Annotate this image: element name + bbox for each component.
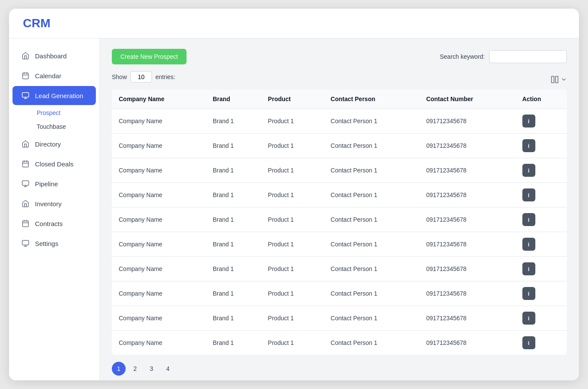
col-brand: Brand xyxy=(206,89,261,109)
sidebar-item-label: Pipeline xyxy=(35,180,58,188)
cell-contact-person: Contact Person 1 xyxy=(324,232,419,257)
sidebar-item-contracts[interactable]: Contracts xyxy=(13,214,96,233)
col-contact-person: Contact Person xyxy=(324,89,419,109)
cell-action: i xyxy=(515,331,567,355)
table-row: Company Name Brand 1 Product 1 Contact P… xyxy=(112,257,567,281)
svg-rect-7 xyxy=(22,161,28,167)
table-row: Company Name Brand 1 Product 1 Contact P… xyxy=(112,109,567,134)
cell-brand: Brand 1 xyxy=(206,306,261,331)
sidebar-item-closed-deals[interactable]: Closed Deals xyxy=(13,154,96,173)
sidebar-item-pipeline[interactable]: Pipeline xyxy=(13,174,96,193)
sidebar-item-label: Settings xyxy=(35,240,58,247)
cell-company-name: Company Name xyxy=(112,257,206,281)
column-toggle-button[interactable] xyxy=(550,75,567,84)
col-contact-number: Contact Number xyxy=(419,89,515,109)
info-button[interactable]: i xyxy=(522,115,535,128)
cell-product: Product 1 xyxy=(261,109,324,134)
svg-rect-11 xyxy=(22,181,29,185)
cell-action: i xyxy=(515,158,567,183)
sidebar-item-inventory[interactable]: Inventory xyxy=(13,194,96,213)
sidebar-item-settings[interactable]: Settings xyxy=(13,234,96,253)
info-button[interactable]: i xyxy=(522,287,535,300)
info-button[interactable]: i xyxy=(522,139,535,152)
cell-contact-number: 091712345678 xyxy=(419,134,515,158)
sidebar-sub-item-touchbase[interactable]: Touchbase xyxy=(32,120,99,134)
cell-action: i xyxy=(515,306,567,331)
cell-product: Product 1 xyxy=(261,183,324,207)
sidebar-sub-item-prospect[interactable]: Prospect xyxy=(32,106,99,120)
sidebar-item-directory[interactable]: Directory xyxy=(13,134,96,153)
monitor-icon-3 xyxy=(21,239,30,248)
cell-company-name: Company Name xyxy=(112,109,206,134)
sidebar-item-dashboard[interactable]: Dashboard xyxy=(13,46,96,65)
table-row: Company Name Brand 1 Product 1 Contact P… xyxy=(112,134,567,158)
sidebar-item-label: Dashboard xyxy=(35,52,66,60)
calendar-icon-2 xyxy=(21,159,30,168)
info-button[interactable]: i xyxy=(522,312,535,325)
cell-action: i xyxy=(515,257,567,281)
cell-contact-number: 091712345678 xyxy=(419,281,515,306)
cell-product: Product 1 xyxy=(261,207,324,232)
cell-company-name: Company Name xyxy=(112,232,206,257)
cell-action: i xyxy=(515,232,567,257)
app-container: CRM Dashboard xyxy=(9,9,579,380)
cell-product: Product 1 xyxy=(261,331,324,355)
cell-contact-number: 091712345678 xyxy=(419,207,515,232)
cell-brand: Brand 1 xyxy=(206,281,261,306)
calendar-icon-3 xyxy=(21,219,30,228)
col-product: Product xyxy=(261,89,324,109)
cell-product: Product 1 xyxy=(261,281,324,306)
toolbar: Create New Prospect Search keyword: xyxy=(112,49,567,64)
cell-contact-person: Contact Person 1 xyxy=(324,207,419,232)
cell-company-name: Company Name xyxy=(112,134,206,158)
cell-action: i xyxy=(515,109,567,134)
entries-input[interactable] xyxy=(130,71,152,83)
cell-contact-number: 091712345678 xyxy=(419,183,515,207)
sidebar-sub-menu: Prospect Touchbase xyxy=(9,106,99,134)
info-button[interactable]: i xyxy=(522,213,535,226)
table-row: Company Name Brand 1 Product 1 Contact P… xyxy=(112,183,567,207)
cell-action: i xyxy=(515,183,567,207)
info-button[interactable]: i xyxy=(522,336,535,349)
sidebar-item-label: Contracts xyxy=(35,220,63,227)
table-row: Company Name Brand 1 Product 1 Contact P… xyxy=(112,207,567,232)
table-row: Company Name Brand 1 Product 1 Contact P… xyxy=(112,281,567,306)
cell-company-name: Company Name xyxy=(112,158,206,183)
app-title: CRM xyxy=(23,16,51,30)
info-button[interactable]: i xyxy=(522,238,535,251)
cell-contact-number: 091712345678 xyxy=(419,109,515,134)
show-entries: Show entries: xyxy=(112,71,175,83)
sidebar-item-label: Closed Deals xyxy=(35,160,73,168)
table-row: Company Name Brand 1 Product 1 Contact P… xyxy=(112,232,567,257)
cell-brand: Brand 1 xyxy=(206,158,261,183)
info-button[interactable]: i xyxy=(522,262,535,275)
cell-brand: Brand 1 xyxy=(206,331,261,355)
cell-contact-person: Contact Person 1 xyxy=(324,281,419,306)
cell-brand: Brand 1 xyxy=(206,183,261,207)
cell-action: i xyxy=(515,134,567,158)
page-btn-1[interactable]: 1 xyxy=(112,362,126,376)
col-company-name: Company Name xyxy=(112,89,206,109)
calendar-icon xyxy=(21,71,30,80)
show-label: Show xyxy=(112,73,127,80)
cell-action: i xyxy=(515,207,567,232)
cell-company-name: Company Name xyxy=(112,281,206,306)
page-btn-4[interactable]: 4 xyxy=(161,362,175,376)
create-new-prospect-button[interactable]: Create New Prospect xyxy=(112,49,187,64)
sidebar-item-calendar[interactable]: Calendar xyxy=(13,66,96,85)
cell-contact-person: Contact Person 1 xyxy=(324,158,419,183)
pagination: 1 2 3 4 xyxy=(112,362,567,376)
info-button[interactable]: i xyxy=(522,164,535,177)
sidebar-item-lead-generation[interactable]: Lead Generation xyxy=(13,86,96,105)
svg-rect-4 xyxy=(22,92,29,97)
sidebar-item-label: Lead Generation xyxy=(35,92,83,99)
sidebar-item-label: Calendar xyxy=(35,72,61,80)
cell-brand: Brand 1 xyxy=(206,207,261,232)
table-row: Company Name Brand 1 Product 1 Contact P… xyxy=(112,306,567,331)
table-toolbar: Show entries: xyxy=(112,71,567,88)
svg-rect-0 xyxy=(22,73,28,79)
info-button[interactable]: i xyxy=(522,188,535,201)
page-btn-3[interactable]: 3 xyxy=(145,362,158,376)
search-input[interactable] xyxy=(489,50,567,63)
page-btn-2[interactable]: 2 xyxy=(128,362,142,376)
